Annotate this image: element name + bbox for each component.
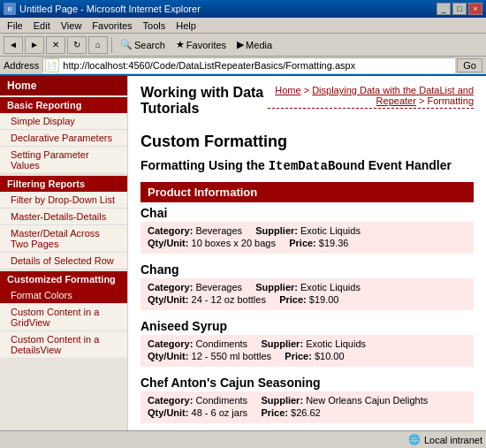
go-button[interactable]: Go	[457, 58, 482, 72]
product-qty-price-row: Qty/Unit: 12 - 550 ml bottles Price: $10…	[148, 351, 467, 361]
content-header: Working with Data Tutorials Home > Displ…	[140, 85, 474, 124]
breadcrumb-sep1: >	[301, 85, 313, 95]
supplier-label: Supplier:	[261, 338, 303, 349]
main-layout: Home Basic Reporting Simple Display Decl…	[0, 76, 486, 430]
menu-bar: File Edit View Favorites Tools Help	[0, 18, 486, 34]
sidebar-item-custom-gridview[interactable]: Custom Content in a GridView	[0, 304, 127, 331]
sidebar-item-declarative[interactable]: Declarative Parameters	[0, 130, 127, 147]
product-cat-supplier-row: Category: Beverages Supplier: Exotic Liq…	[148, 225, 467, 236]
forward-button[interactable]: ►	[25, 36, 44, 54]
zone-label: Local intranet	[424, 435, 482, 445]
ie-icon: e	[4, 3, 16, 15]
product-details: Category: Beverages Supplier: Exotic Liq…	[140, 278, 474, 310]
sidebar-item-simple-display[interactable]: Simple Display	[0, 113, 127, 130]
category-label: Category:	[148, 282, 193, 292]
home-button[interactable]: ⌂	[88, 36, 108, 54]
search-icon: 🔍	[120, 39, 133, 50]
status-zone: 🌐 Local intranet	[408, 434, 482, 445]
product-name: Aniseed Syrup	[140, 315, 474, 335]
media-icon: ▶	[237, 39, 244, 50]
supplier-value: New Orleans Cajun Delights	[306, 395, 428, 406]
page-title: Custom Formatting	[140, 133, 474, 151]
product-details: Category: Condiments Supplier: New Orlea…	[140, 391, 474, 423]
product-name: Chang	[140, 259, 474, 278]
sidebar-item-master-detail-across[interactable]: Master/Detail Across Two Pages	[0, 225, 127, 253]
page-subtitle: Formatting Using the ItemDataBound Event…	[140, 158, 474, 173]
sidebar-item-format-colors[interactable]: Format Colors	[0, 287, 127, 304]
qty-value: 24 - 12 oz bottles	[192, 294, 266, 305]
qty-label: Qty/Unit:	[148, 294, 188, 305]
favorites-button[interactable]: ★ Favorites	[171, 37, 231, 52]
favorites-icon: ★	[176, 39, 185, 50]
price-label: Price:	[261, 407, 288, 418]
address-bar: Address 📄 http://localhost:4560/Code/Dat…	[0, 57, 486, 76]
window-title: Untitled Page - Microsoft Internet Explo…	[19, 4, 201, 14]
product-cat-supplier-row: Category: Beverages Supplier: Exotic Liq…	[148, 282, 467, 292]
sidebar-item-filter-dropdown[interactable]: Filter by Drop-Down List	[0, 192, 127, 209]
supplier-value: Exotic Liquids	[300, 282, 361, 292]
address-input-container: 📄 http://localhost:4560/Code/DataListRep…	[42, 57, 455, 73]
sidebar-section-basic: Basic Reporting	[0, 97, 127, 113]
product-block: Chef Anton's Cajun Seasoning Category: C…	[140, 372, 474, 423]
product-block: Chai Category: Beverages Supplier: Exoti…	[140, 202, 474, 254]
product-name: Chai	[140, 202, 474, 222]
qty-value: 48 - 6 oz jars	[192, 407, 248, 418]
address-label: Address	[4, 60, 39, 71]
price-label: Price:	[279, 294, 307, 305]
supplier-label: Supplier:	[255, 225, 298, 236]
menu-edit[interactable]: Edit	[28, 19, 56, 32]
sidebar-item-master-details[interactable]: Master-Details-Details	[0, 209, 127, 225]
supplier-label: Supplier:	[255, 282, 298, 292]
stop-button[interactable]: ✕	[46, 36, 65, 54]
category-value: Condiments	[195, 395, 247, 406]
minimize-button[interactable]: _	[437, 3, 451, 15]
supplier-label: Supplier:	[261, 395, 303, 406]
product-list: Chai Category: Beverages Supplier: Exoti…	[140, 202, 474, 423]
qty-label: Qty/Unit:	[148, 238, 188, 248]
qty-label: Qty/Unit:	[148, 351, 188, 361]
sidebar-item-details-selected[interactable]: Details of Selected Row	[0, 253, 127, 270]
menu-favorites[interactable]: Favorites	[87, 19, 137, 32]
media-button[interactable]: ▶ Media	[232, 37, 277, 52]
product-info-header: Product Information	[140, 182, 474, 202]
product-cat-supplier-row: Category: Condiments Supplier: New Orlea…	[148, 395, 467, 406]
title-bar: e Untitled Page - Microsoft Internet Exp…	[0, 0, 486, 18]
price-value: $26.62	[291, 407, 321, 418]
category-label: Category:	[148, 225, 193, 236]
search-button[interactable]: 🔍 Search	[116, 37, 170, 52]
page-icon: 📄	[45, 58, 59, 72]
zone-icon: 🌐	[408, 434, 421, 445]
product-qty-price-row: Qty/Unit: 10 boxes x 20 bags Price: $19.…	[148, 238, 467, 248]
back-button[interactable]: ◄	[4, 36, 23, 54]
url-display[interactable]: http://localhost:4560/Code/DataListRepea…	[63, 60, 355, 71]
site-title: Working with Data Tutorials	[140, 85, 268, 117]
qty-label: Qty/Unit:	[148, 407, 188, 418]
breadcrumb-current: Formatting	[427, 95, 474, 106]
close-button[interactable]: ×	[468, 3, 482, 15]
supplier-value: Exotic Liquids	[306, 338, 366, 349]
breadcrumb-home[interactable]: Home	[275, 85, 300, 95]
menu-tools[interactable]: Tools	[138, 19, 171, 32]
product-block: Aniseed Syrup Category: Condiments Suppl…	[140, 315, 474, 367]
category-value: Condiments	[195, 338, 247, 349]
menu-help[interactable]: Help	[171, 19, 201, 32]
sidebar-home[interactable]: Home	[0, 76, 127, 95]
price-label: Price:	[289, 238, 316, 248]
price-label: Price:	[285, 351, 312, 361]
refresh-button[interactable]: ↻	[67, 36, 87, 54]
product-details: Category: Condiments Supplier: Exotic Li…	[140, 335, 474, 367]
category-value: Beverages	[195, 225, 242, 236]
sidebar-item-custom-detailsview[interactable]: Custom Content in a DetailsView	[0, 331, 127, 359]
menu-view[interactable]: View	[56, 19, 87, 32]
toolbar: ◄ ► ✕ ↻ ⌂ 🔍 Search ★ Favorites ▶ Media	[0, 34, 486, 57]
product-details: Category: Beverages Supplier: Exotic Liq…	[140, 222, 474, 254]
product-cat-supplier-row: Category: Condiments Supplier: Exotic Li…	[148, 338, 467, 349]
product-qty-price-row: Qty/Unit: 24 - 12 oz bottles Price: $19.…	[148, 294, 467, 305]
menu-file[interactable]: File	[2, 19, 28, 32]
category-value: Beverages	[195, 282, 242, 292]
sidebar-section-filtering: Filtering Reports	[0, 176, 127, 192]
price-value: $19.36	[319, 238, 349, 248]
window-controls: _ □ ×	[437, 3, 482, 15]
maximize-button[interactable]: □	[452, 3, 467, 15]
sidebar-item-setting-parameter[interactable]: Setting Parameter Values	[0, 147, 127, 174]
